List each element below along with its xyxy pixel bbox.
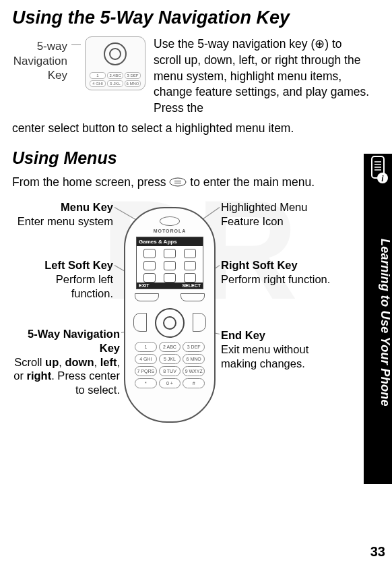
key-1: 1 bbox=[135, 342, 157, 352]
side-tab: i Learning to Use Your Phone bbox=[364, 154, 392, 484]
key-3: 3 DEF bbox=[183, 342, 205, 352]
label-left-soft-title: Left Soft Key bbox=[44, 259, 113, 271]
earpiece-icon bbox=[160, 216, 180, 226]
key-2: 2 ABC bbox=[159, 342, 181, 352]
label-menu-key: Menu Key Enter menu system bbox=[12, 200, 113, 228]
key-8: 8 TUV bbox=[159, 366, 181, 376]
key-5: 5 JKL bbox=[159, 354, 181, 364]
left-soft-key-icon bbox=[135, 293, 159, 301]
screen-title: Games & Apps bbox=[137, 237, 203, 246]
menu-key-icon bbox=[169, 175, 187, 191]
key-9: 9 WXYZ bbox=[183, 366, 205, 376]
intro-paragraph-cont: center select button to select a highlig… bbox=[12, 121, 372, 137]
menus-before: From the home screen, press bbox=[12, 175, 169, 189]
label-end-key-desc: Exit menu without making changes. bbox=[221, 343, 308, 369]
svg-rect-2 bbox=[174, 183, 181, 183]
intro-left: 5-way Navigation Key 12 ABC3 DEF 4 GHI5 … bbox=[12, 36, 147, 116]
menu-icon bbox=[143, 249, 156, 258]
phone-brand: MOTOROLA bbox=[125, 229, 214, 233]
phone-info-icon: i bbox=[366, 155, 389, 187]
menu-icon bbox=[184, 261, 196, 270]
label-left-soft: Left Soft Key Perform left function. bbox=[12, 258, 113, 300]
intro-paragraph: Use the 5-way navigation key (⊕) to scro… bbox=[154, 36, 372, 116]
soft-label-right: SELECT bbox=[182, 283, 201, 288]
label-end-key-title: End Key bbox=[221, 329, 265, 341]
label-menu-key-desc: Enter menu system bbox=[18, 215, 113, 227]
label-right-soft-title: Right Soft Key bbox=[221, 259, 298, 271]
end-key-icon bbox=[193, 313, 206, 332]
key-6: 6 MNO bbox=[183, 354, 205, 364]
soft-label-left: EXIT bbox=[139, 283, 150, 288]
menu-icon-grid bbox=[137, 246, 203, 285]
label-right-soft: Right Soft Key Perform right function. bbox=[221, 258, 342, 286]
menu-icon bbox=[164, 273, 176, 282]
key-7: 7 PQRS bbox=[135, 366, 157, 376]
menu-icon bbox=[143, 273, 156, 282]
callout-5way-label: 5-way Navigation Key bbox=[12, 36, 67, 82]
page-number: 33 bbox=[370, 544, 385, 560]
key-hash: # bbox=[183, 378, 205, 388]
nav-center-icon bbox=[109, 48, 121, 60]
label-5way-desc: Scroll up, down, left, or right. Press c… bbox=[13, 356, 120, 396]
menus-instruction: From the home screen, press to enter the… bbox=[12, 175, 372, 191]
menu-icon bbox=[164, 261, 176, 270]
label-end-key: End Key Exit menu without making changes… bbox=[221, 328, 342, 370]
key-star: * bbox=[135, 378, 157, 388]
intro-block: 5-way Navigation Key 12 ABC3 DEF 4 GHI5 … bbox=[12, 36, 372, 116]
mini-phone-illustration: 12 ABC3 DEF 4 GHI5 JKL6 MNO bbox=[85, 36, 145, 90]
label-right-soft-desc: Perform right function. bbox=[221, 273, 330, 285]
menus-after: to enter the main menu. bbox=[190, 175, 315, 189]
menu-icon bbox=[184, 273, 196, 282]
side-tab-text: Learning to Use Your Phone bbox=[364, 194, 392, 450]
label-left-soft-desc: Perform left function. bbox=[56, 273, 113, 299]
menu-key-icon bbox=[133, 313, 147, 332]
svg-point-0 bbox=[170, 178, 186, 186]
label-highlight: Highlighted Menu Feature Icon bbox=[221, 200, 335, 228]
label-highlight-text: Highlighted Menu Feature Icon bbox=[221, 201, 307, 227]
key-4: 4 GHI bbox=[135, 354, 157, 364]
svg-rect-1 bbox=[174, 181, 181, 181]
right-soft-key-icon bbox=[181, 293, 205, 301]
heading-2: Using Menus bbox=[12, 148, 372, 168]
heading-1: Using the 5-Way Navigation Key bbox=[12, 7, 372, 28]
phone-diagram: Menu Key Enter menu system Left Soft Key… bbox=[12, 200, 372, 436]
menu-icon bbox=[164, 249, 176, 258]
nav-center-icon bbox=[163, 316, 176, 330]
menu-icon bbox=[143, 261, 156, 270]
label-menu-key-title: Menu Key bbox=[61, 201, 113, 213]
keypad: 1 2 ABC 3 DEF 4 GHI 5 JKL 6 MNO 7 PQRS 8… bbox=[135, 342, 205, 388]
phone-illustration: MOTOROLA Games & Apps EXIT SELECT bbox=[124, 207, 216, 423]
soft-keys bbox=[135, 293, 205, 305]
label-5way-title: 5-Way Navigation Key bbox=[28, 328, 120, 354]
callout-leader-line bbox=[71, 44, 81, 45]
menu-icon bbox=[184, 249, 196, 258]
phone-screen: Games & Apps EXIT SELECT bbox=[136, 237, 203, 289]
label-5way: 5-Way Navigation Key Scroll up, down, le… bbox=[12, 327, 120, 396]
page-content: Using the 5-Way Navigation Key 5-way Nav… bbox=[0, 0, 392, 443]
key-0: 0 + bbox=[159, 378, 181, 388]
